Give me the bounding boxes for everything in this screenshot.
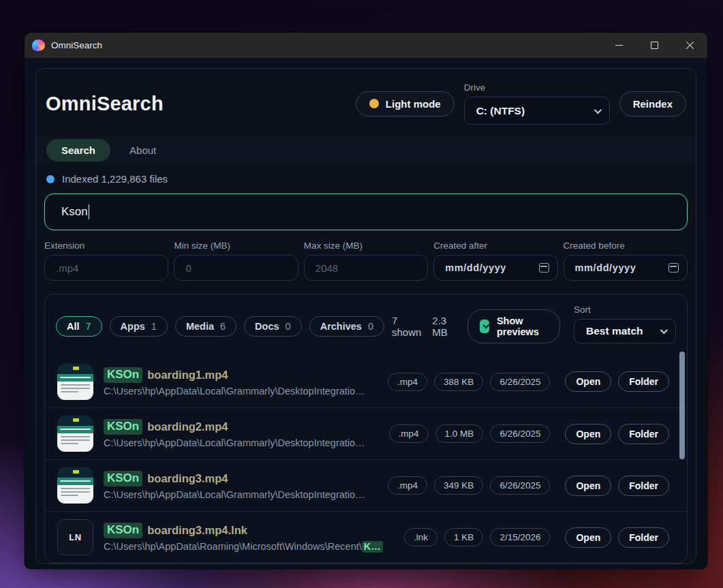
chip-archives[interactable]: Archives 0 [309, 316, 384, 337]
chip-archives-count: 0 [368, 321, 373, 332]
file-thumbnail [57, 364, 93, 400]
open-button[interactable]: Open [565, 476, 611, 496]
chip-all-label: All [67, 321, 80, 332]
file-path: C:\Users\hp\AppData\Local\Grammarly\Desk… [104, 437, 365, 448]
chevron-down-icon [660, 326, 668, 333]
created-after-label: Created after [433, 241, 557, 251]
open-button[interactable]: Open [565, 424, 611, 444]
file-path: C:\Users\hp\AppData\Roaming\Microsoft\Wi… [104, 541, 383, 552]
drive-group: Drive C: (NTFS) [464, 82, 610, 125]
folder-button[interactable]: Folder [618, 424, 669, 444]
created-after-value: mm/dd/yyyy [445, 262, 506, 273]
folder-button[interactable]: Folder [618, 527, 669, 548]
chip-media-label: Media [186, 321, 214, 332]
sort-select[interactable]: Best match [574, 319, 676, 343]
app-logo-icon [32, 40, 45, 51]
chip-docs[interactable]: Docs 0 [244, 316, 302, 337]
filter-chips-row: All 7 Apps 1 Media 6 Docs [45, 294, 687, 343]
search-input[interactable]: Kson [44, 194, 688, 230]
link-file-thumbnail: LN [57, 519, 93, 555]
app-body: OmniSearch Light mode Drive C: (NTFS) [25, 58, 707, 569]
results-panel: All 7 Apps 1 Media 6 Docs [44, 294, 688, 563]
tab-about[interactable]: About [129, 144, 156, 156]
ext-badge: .lnk [404, 528, 437, 546]
match-highlight: KSOn [104, 367, 142, 383]
created-after-input[interactable]: mm/dd/yyyy [433, 255, 557, 281]
sort-select-value: Best match [586, 325, 643, 337]
chip-media[interactable]: Media 6 [175, 316, 236, 337]
result-row[interactable]: KSOn boarding2.mp4 C:\Users\hp\AppData\L… [45, 407, 687, 459]
shown-count: 7 shown [392, 315, 421, 338]
match-highlight: KSOn [104, 471, 142, 486]
file-path-text: C:\Users\hp\AppData\Roaming\Microsoft\Wi… [104, 541, 362, 552]
calendar-icon[interactable] [539, 263, 549, 273]
chip-docs-label: Docs [255, 321, 279, 332]
chip-docs-count: 0 [286, 321, 291, 332]
search-input-value: Kson [61, 205, 88, 219]
filter-extension: Extension [44, 241, 168, 281]
size-badge: 1.0 MB [435, 424, 484, 443]
max-size-input[interactable] [304, 255, 428, 281]
open-button[interactable]: Open [565, 371, 611, 392]
minimize-icon [615, 45, 623, 46]
min-size-label: Min size (MB) [174, 241, 298, 251]
reindex-label: Reindex [633, 98, 673, 110]
chip-archives-label: Archives [320, 321, 362, 332]
reindex-button[interactable]: Reindex [619, 91, 686, 117]
min-size-input[interactable] [174, 255, 298, 281]
match-highlight: KSOn [104, 419, 142, 435]
window-titlebar[interactable]: OmniSearch [25, 33, 707, 58]
file-name: boarding3.mp4 [147, 472, 228, 485]
page-title: OmniSearch [46, 93, 164, 115]
extension-input[interactable] [44, 255, 168, 281]
show-previews-label: Show previews [497, 315, 548, 337]
total-size: 2.3 MB [432, 315, 456, 338]
desktop-background: OmniSearch OmniSearch Light mode [0, 0, 723, 588]
main-card: OmniSearch Light mode Drive C: (NTFS) [35, 68, 696, 564]
calendar-icon[interactable] [668, 263, 679, 273]
result-row[interactable]: KSOn boarding1.mp4 C:\Users\hp\AppData\L… [45, 356, 687, 407]
file-path: C:\Users\hp\AppData\Local\Grammarly\Desk… [104, 386, 365, 397]
show-previews-toggle[interactable]: Show previews [467, 309, 560, 343]
tab-search[interactable]: Search [46, 139, 110, 161]
path-match-highlight: K… [362, 541, 383, 553]
text-caret [89, 204, 90, 219]
folder-button[interactable]: Folder [618, 371, 669, 392]
date-badge: 6/26/2025 [490, 476, 550, 495]
drive-select[interactable]: C: (NTFS) [464, 97, 610, 125]
maximize-button[interactable] [636, 33, 672, 58]
ext-badge: .mp4 [388, 476, 427, 495]
app-header: OmniSearch Light mode Drive C: (NTFS) [46, 82, 686, 125]
chip-apps[interactable]: Apps 1 [110, 316, 168, 337]
drive-select-value: C: (NTFS) [476, 105, 525, 117]
size-badge: 388 KB [434, 373, 483, 391]
close-button[interactable] [672, 33, 707, 58]
filter-created-before: Created before mm/dd/yyyy [564, 241, 688, 281]
result-row[interactable]: KSOn boarding3.mp4 C:\Users\hp\AppData\L… [45, 459, 687, 511]
file-thumbnail [57, 467, 93, 504]
size-badge: 349 KB [434, 476, 483, 495]
scrollbar-thumb[interactable] [679, 352, 685, 459]
chip-all[interactable]: All 7 [56, 316, 102, 337]
results-list: KSOn boarding1.mp4 C:\Users\hp\AppData\L… [45, 356, 687, 563]
results-summary: 7 shown 2.3 MB Show previews Sort Best m… [392, 309, 676, 343]
omnisearch-window: OmniSearch OmniSearch Light mode [25, 33, 707, 569]
date-badge: 6/26/2025 [490, 424, 550, 443]
maximize-icon [651, 42, 658, 49]
open-button[interactable]: Open [565, 527, 611, 548]
file-name: boarding3.mp4.lnk [147, 524, 247, 537]
created-before-input[interactable]: mm/dd/yyyy [564, 255, 688, 281]
filter-row: Extension Min size (MB) Max size (MB) Cr… [44, 241, 688, 281]
chip-media-count: 6 [220, 321, 226, 332]
chip-apps-label: Apps [121, 321, 145, 332]
checkbox-checked-icon[interactable] [480, 320, 489, 333]
file-name: boarding2.mp4 [147, 420, 228, 433]
chip-apps-count: 1 [151, 321, 157, 332]
folder-button[interactable]: Folder [618, 476, 669, 496]
minimize-button[interactable] [601, 33, 636, 58]
sort-group: Sort Best match [574, 305, 676, 343]
light-mode-toggle[interactable]: Light mode [356, 91, 455, 117]
sort-label: Sort [574, 305, 676, 315]
result-row[interactable]: LN KSOn boarding3.mp4.lnk C:\Users\hp\Ap… [45, 511, 687, 563]
created-before-label: Created before [564, 241, 688, 251]
